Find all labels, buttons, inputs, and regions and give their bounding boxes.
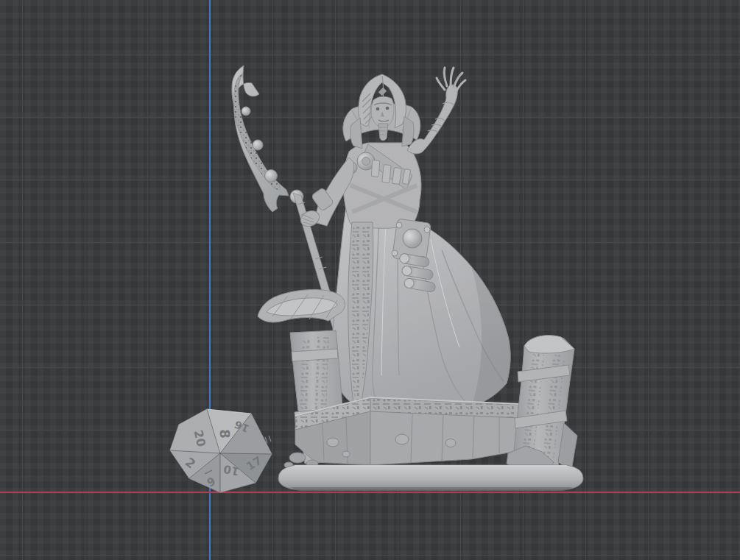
blade-medallion — [253, 140, 263, 150]
beard — [378, 124, 388, 141]
chest-medallion-inner — [362, 157, 370, 166]
3d-viewport[interactable]: 20 8 16 10 17 2 6 — [0, 0, 740, 560]
plaque-boss — [403, 229, 422, 248]
blade-outline — [232, 65, 289, 212]
blade-medallion — [265, 170, 278, 182]
blade-medallion — [242, 107, 250, 116]
hieroglyph-plinth — [295, 397, 521, 465]
round-display-base — [278, 465, 583, 490]
eye-left — [376, 107, 380, 111]
base-bottom-shadow — [290, 487, 573, 490]
miniature-statue[interactable] — [232, 65, 583, 490]
scythe-blade — [232, 65, 289, 212]
d20-die[interactable]: 20 8 16 10 17 2 6 — [170, 409, 272, 492]
base-disc — [278, 465, 583, 490]
column-top-break — [524, 336, 574, 353]
crest-ornament — [378, 88, 387, 96]
eye-right — [386, 107, 390, 110]
plinth-face-right — [370, 410, 521, 465]
die-number-8: 8 — [217, 429, 233, 439]
skull-face — [371, 96, 394, 141]
scene-models: 20 8 16 10 17 2 6 — [0, 0, 740, 560]
